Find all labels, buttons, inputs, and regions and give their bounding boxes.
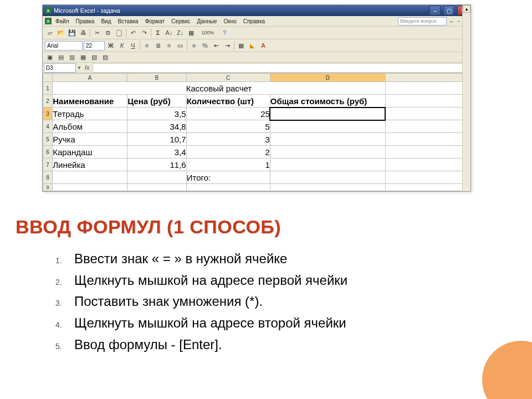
align-left-icon[interactable]: ≡ — [142, 40, 152, 50]
italic-icon[interactable]: К — [117, 40, 127, 50]
maximize-button[interactable]: ▢ — [443, 6, 454, 16]
cell-C9[interactable] — [186, 184, 270, 191]
header-qty[interactable]: Количество (шт) — [186, 95, 270, 108]
row-header-3[interactable]: 3 — [43, 108, 53, 120]
col-header-C[interactable]: C — [186, 74, 270, 82]
align-right-icon[interactable]: ≡ — [164, 40, 174, 50]
col-header-blank[interactable] — [385, 74, 470, 82]
select-all-corner[interactable] — [43, 74, 53, 82]
row-header-8[interactable]: 8 — [43, 171, 53, 184]
minimize-button[interactable]: – — [429, 6, 441, 16]
currency-icon[interactable]: ¤ — [189, 40, 199, 50]
autosum-icon[interactable]: Σ — [153, 28, 163, 38]
menu-edit[interactable]: Правка — [73, 17, 98, 25]
chart-icon[interactable]: ▦ — [186, 28, 196, 38]
print-icon[interactable]: 🖶 — [78, 28, 88, 38]
col-header-D[interactable]: D — [270, 74, 385, 82]
formula-bar[interactable] — [93, 63, 469, 73]
cell-B5[interactable]: 10,7 — [127, 133, 187, 146]
col-header-A[interactable]: A — [53, 74, 127, 82]
row-header-4[interactable]: 4 — [43, 120, 53, 133]
sheet-title[interactable]: Кассовый расчет — [53, 82, 386, 95]
new-icon[interactable]: ▱ — [45, 28, 55, 38]
tool-icon-6[interactable]: ▨ — [100, 52, 110, 62]
row-header-1[interactable]: 1 — [43, 82, 53, 95]
cell-B7[interactable]: 11,6 — [127, 158, 187, 171]
menu-file[interactable]: Файл — [53, 17, 72, 25]
cell-B4[interactable]: 34,8 — [127, 120, 187, 133]
tool-icon-5[interactable]: ▧ — [89, 52, 99, 62]
cell-B8[interactable] — [127, 171, 187, 184]
merge-icon[interactable]: ▭ — [175, 40, 185, 50]
cell-C7[interactable]: 1 — [186, 158, 270, 171]
font-color-icon[interactable]: A — [258, 40, 268, 50]
menu-insert[interactable]: Вставка — [115, 17, 141, 25]
cell-B3[interactable]: 3,5 — [127, 108, 187, 120]
font-name-box[interactable]: Arial — [45, 41, 83, 50]
header-total[interactable]: Общая стоимость (руб) — [270, 95, 385, 108]
menu-data[interactable]: Данные — [194, 17, 219, 25]
cell-A8[interactable] — [53, 171, 127, 184]
spreadsheet-grid[interactable]: A B C D 1 Кассовый расчет 2 Наименование… — [43, 73, 470, 191]
underline-icon[interactable]: Ч — [128, 40, 138, 50]
cell-A5[interactable]: Ручка — [53, 133, 127, 146]
borders-icon[interactable]: ▦ — [236, 40, 246, 50]
cell-D5[interactable] — [270, 133, 385, 146]
cell-A3[interactable]: Тетрадь — [53, 108, 127, 120]
tool-icon-3[interactable]: ▥ — [67, 52, 77, 62]
sort-asc-icon[interactable]: A↓ — [164, 28, 174, 38]
name-box[interactable]: D3 — [44, 63, 76, 73]
cell-C8[interactable]: Итого: — [186, 171, 270, 184]
fill-color-icon[interactable]: ◣ — [247, 40, 257, 50]
undo-icon[interactable]: ↶ — [128, 28, 138, 38]
cell-A9[interactable] — [53, 184, 127, 191]
row-header-2[interactable]: 2 — [43, 95, 53, 108]
cell-C6[interactable]: 2 — [186, 146, 270, 158]
font-size-box[interactable]: 22 — [84, 41, 105, 50]
header-name[interactable]: Наименование — [53, 95, 127, 108]
doc-minimize-button[interactable]: – — [449, 18, 454, 24]
row-header-7[interactable]: 7 — [43, 158, 53, 171]
row-header-6[interactable]: 6 — [43, 146, 53, 158]
cell-D7[interactable] — [270, 158, 385, 171]
cut-icon[interactable]: ✂ — [92, 28, 102, 38]
open-icon[interactable]: 📂 — [56, 28, 66, 38]
header-price[interactable]: Цена (руб) — [127, 95, 187, 108]
menu-tools[interactable]: Сервис — [168, 17, 193, 25]
cell-C4[interactable]: 5 — [186, 120, 270, 133]
percent-icon[interactable]: % — [200, 40, 210, 50]
tool-icon-4[interactable]: ▦ — [78, 52, 88, 62]
scroll-up-icon[interactable]: ▲ — [463, 5, 470, 13]
question-box[interactable]: Введите вопрос — [398, 17, 447, 25]
tool-icon-2[interactable]: ▤ — [56, 52, 66, 62]
increase-indent-icon[interactable]: ⇥ — [222, 40, 232, 50]
decrease-indent-icon[interactable]: ⇤ — [211, 40, 221, 50]
menu-window[interactable]: Окно — [221, 17, 239, 25]
save-icon[interactable]: 💾 — [67, 28, 77, 38]
row-header-5[interactable]: 5 — [43, 133, 53, 146]
sort-desc-icon[interactable]: Z↓ — [175, 28, 185, 38]
paste-icon[interactable]: 📋 — [114, 28, 124, 38]
cell-A4[interactable]: Альбом — [53, 120, 127, 133]
cell-A7[interactable]: Линейка — [53, 158, 127, 171]
cell-C5[interactable]: 3 — [186, 133, 270, 146]
cell-B6[interactable]: 3,4 — [127, 146, 187, 158]
cell-B9[interactable] — [127, 184, 187, 191]
menu-format[interactable]: Формат — [142, 17, 168, 25]
bold-icon[interactable]: Ж — [106, 40, 116, 50]
col-header-B[interactable]: B — [127, 74, 187, 82]
cell-D6[interactable] — [270, 146, 385, 158]
menu-view[interactable]: Вид — [98, 17, 114, 25]
cell-D4[interactable] — [270, 120, 385, 133]
cell-D3[interactable] — [270, 108, 385, 120]
cell-D9[interactable] — [270, 184, 385, 191]
cell-A6[interactable]: Карандаш — [53, 146, 127, 158]
copy-icon[interactable]: ⧉ — [103, 28, 113, 38]
tool-icon-1[interactable]: ▣ — [45, 52, 55, 62]
cell-C3[interactable]: 25 — [186, 108, 270, 120]
cell-D8[interactable] — [270, 171, 385, 184]
doc-restore-button[interactable]: ▫ — [457, 18, 461, 24]
fx-icon[interactable]: fx — [83, 64, 92, 71]
zoom-box[interactable]: 100% — [197, 28, 218, 38]
name-box-dropdown-icon[interactable]: ▼ — [77, 65, 81, 70]
